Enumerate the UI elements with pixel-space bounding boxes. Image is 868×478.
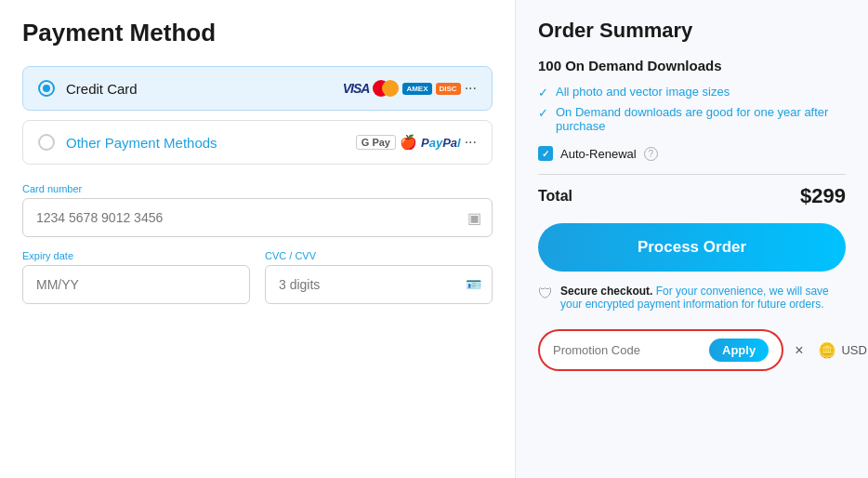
promo-section: Apply × 🪙 USD	[538, 329, 846, 371]
currency-label: USD	[841, 343, 866, 357]
expiry-group: Expiry date	[22, 250, 250, 304]
cvc-label: CVC / CVV	[265, 250, 493, 261]
cvc-wrapper: 🪪	[265, 265, 493, 304]
product-name: 100 On Demand Downloads	[538, 58, 846, 73]
cvc-input[interactable]	[265, 265, 493, 304]
credit-card-option[interactable]: Credit Card VISA AMEX DISC ···	[22, 66, 493, 111]
auto-renewal-checkbox[interactable]	[538, 146, 553, 161]
paypal-icon: PayPal	[421, 136, 461, 150]
expiry-input[interactable]	[22, 265, 250, 304]
card-number-label: Card number	[22, 183, 493, 194]
gpay-icon: G Pay	[356, 135, 396, 150]
promo-close-button[interactable]: ×	[795, 342, 803, 359]
card-number-input[interactable]	[22, 198, 493, 237]
order-summary-panel: Order Summary 100 On Demand Downloads ✓ …	[515, 0, 868, 478]
card-number-group: Card number ▣	[22, 183, 493, 237]
expiry-cvc-row: Expiry date CVC / CVV 🪪	[22, 250, 493, 304]
secure-link-text: encrypted payment information for future…	[585, 298, 824, 311]
currency-icon: 🪙	[818, 341, 836, 359]
page-title: Payment Method	[22, 19, 493, 47]
cvc-group: CVC / CVV 🪪	[265, 250, 493, 304]
feature-list: ✓ All photo and vector image sizes ✓ On …	[538, 85, 846, 133]
total-row: Total $299	[538, 184, 846, 208]
currency-selector[interactable]: 🪙 USD	[818, 341, 866, 359]
other-payment-radio[interactable]	[38, 134, 55, 151]
order-summary-title: Order Summary	[538, 19, 846, 43]
credit-card-label: Credit Card	[66, 81, 138, 97]
cvc-card-icon: 🪪	[466, 277, 481, 292]
card-number-wrapper: ▣	[22, 198, 493, 237]
amex-icon: AMEX	[402, 83, 431, 95]
other-payment-label: Other Payment Methods	[66, 135, 217, 151]
promo-wrapper: Apply	[538, 329, 783, 371]
feature-item-2: ✓ On Demand downloads are good for one y…	[538, 105, 846, 133]
process-order-button[interactable]: Process Order	[538, 223, 846, 272]
visa-icon: VISA	[343, 81, 370, 96]
total-label: Total	[538, 188, 572, 205]
card-icons: VISA AMEX DISC ···	[343, 80, 477, 97]
more-cards-icon[interactable]: ···	[465, 80, 477, 97]
check-icon-2: ✓	[538, 106, 548, 120]
auto-renewal-label: Auto-Renewal	[560, 147, 637, 161]
shield-icon: 🛡	[538, 285, 553, 302]
total-amount: $299	[800, 184, 846, 208]
summary-divider	[538, 174, 846, 175]
expiry-label: Expiry date	[22, 250, 250, 261]
card-form: Card number ▣ Expiry date CVC / CVV 🪪	[22, 183, 493, 304]
secure-checkout-row: 🛡 Secure checkout. For your convenience,…	[538, 285, 846, 311]
mastercard-icon	[373, 80, 399, 97]
credit-card-radio[interactable]	[38, 80, 55, 97]
apply-button[interactable]: Apply	[709, 339, 769, 362]
discover-icon: DISC	[436, 83, 461, 95]
feature-item-1: ✓ All photo and vector image sizes	[538, 85, 846, 100]
apple-pay-icon: 🍎	[400, 134, 417, 151]
payment-method-panel: Payment Method Credit Card VISA AMEX DIS…	[0, 0, 515, 478]
other-payment-option[interactable]: Other Payment Methods G Pay 🍎 PayPal ···	[22, 120, 493, 165]
feature-text-2: On Demand downloads are good for one yea…	[556, 105, 846, 133]
secure-bold-text: Secure checkout.	[560, 285, 652, 298]
secure-text: Secure checkout. For your convenience, w…	[560, 285, 846, 311]
card-chip-icon: ▣	[467, 209, 481, 227]
auto-renewal-help-icon[interactable]: ?	[644, 147, 658, 161]
auto-renewal-row: Auto-Renewal ?	[538, 146, 846, 161]
promo-code-input[interactable]	[553, 343, 709, 357]
other-payment-icons: G Pay 🍎 PayPal ···	[356, 134, 477, 151]
feature-text-1: All photo and vector image sizes	[556, 85, 730, 99]
check-icon-1: ✓	[538, 86, 548, 100]
more-payments-icon[interactable]: ···	[465, 134, 477, 151]
